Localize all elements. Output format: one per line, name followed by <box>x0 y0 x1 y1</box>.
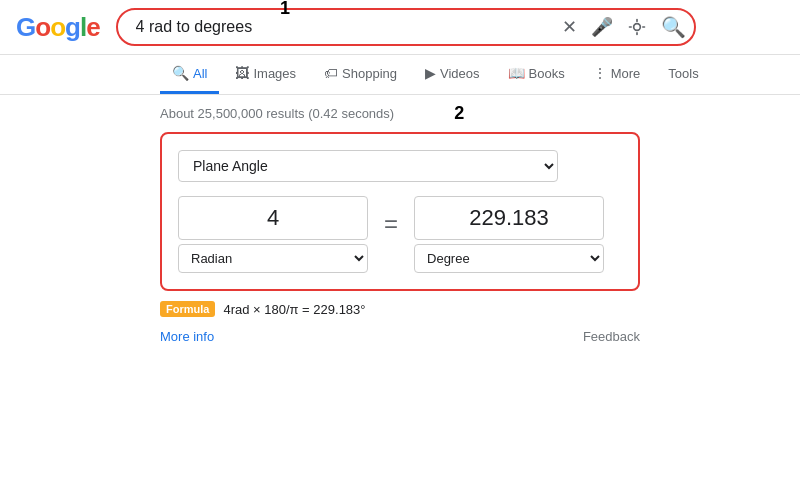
calc-type-select[interactable]: Plane Angle <box>178 150 558 182</box>
svg-point-0 <box>633 24 640 31</box>
voice-search-button[interactable]: 🎤 <box>589 14 615 40</box>
result-input[interactable] <box>414 196 604 240</box>
equals-sign: = <box>384 210 398 260</box>
calculator-box: Plane Angle Radian = Degree <box>160 132 640 291</box>
more-info-link[interactable]: More info <box>160 329 214 344</box>
formula-badge: Formula <box>160 301 215 317</box>
logo-g: G <box>16 12 35 42</box>
tab-more-label: More <box>611 66 641 81</box>
tab-all[interactable]: 🔍 All <box>160 55 219 94</box>
tab-images-label: Images <box>253 66 296 81</box>
formula-row: Formula 4rad × 180/π = 229.183° <box>160 301 640 317</box>
tools-button[interactable]: Tools <box>656 56 710 94</box>
tab-shopping[interactable]: 🏷 Shopping <box>312 55 409 94</box>
step1-label: 1 <box>280 0 290 19</box>
logo-g2: g <box>65 12 80 42</box>
formula-text: 4rad × 180/π = 229.183° <box>223 302 365 317</box>
tab-shopping-label: Shopping <box>342 66 397 81</box>
results-count-row: About 25,500,000 results (0.42 seconds) … <box>0 95 800 128</box>
input-group: Radian <box>178 196 368 273</box>
videos-icon: ▶ <box>425 65 436 81</box>
clear-button[interactable]: ✕ <box>560 14 579 40</box>
calc-inputs-row: Radian = Degree <box>178 196 622 273</box>
value-input[interactable] <box>178 196 368 240</box>
tab-books-label: Books <box>529 66 565 81</box>
image-search-button[interactable] <box>625 15 649 39</box>
calc-type-row: Plane Angle <box>178 150 622 182</box>
all-icon: 🔍 <box>172 65 189 81</box>
search-bar-icons: ✕ 🎤 🔍 <box>560 13 688 41</box>
feedback-link[interactable]: Feedback <box>583 329 640 344</box>
google-logo[interactable]: Google <box>16 12 100 43</box>
logo-e: e <box>86 12 99 42</box>
search-bar-container: ✕ 🎤 🔍 <box>116 8 696 46</box>
tab-videos-label: Videos <box>440 66 480 81</box>
logo-o1: o <box>35 12 50 42</box>
books-icon: 📖 <box>508 65 525 81</box>
logo-o2: o <box>50 12 65 42</box>
tab-all-label: All <box>193 66 207 81</box>
tab-more[interactable]: ⋮ More <box>581 55 653 94</box>
result-unit-select[interactable]: Degree <box>414 244 604 273</box>
tab-books[interactable]: 📖 Books <box>496 55 577 94</box>
header: Google ✕ 🎤 🔍 1 <box>0 0 800 55</box>
more-icon: ⋮ <box>593 65 607 81</box>
results-count: About 25,500,000 results (0.42 seconds) <box>160 106 394 121</box>
step2-label: 2 <box>454 103 464 124</box>
shopping-icon: 🏷 <box>324 65 338 81</box>
tab-videos[interactable]: ▶ Videos <box>413 55 492 94</box>
input-unit-select[interactable]: Radian <box>178 244 368 273</box>
output-group: Degree <box>414 196 604 273</box>
images-icon: 🖼 <box>235 65 249 81</box>
search-button[interactable]: 🔍 <box>659 13 688 41</box>
bottom-row: More info Feedback <box>0 317 800 344</box>
tab-images[interactable]: 🖼 Images <box>223 55 308 94</box>
nav-tabs: 🔍 All 🖼 Images 🏷 Shopping ▶ Videos 📖 Boo… <box>0 55 800 95</box>
